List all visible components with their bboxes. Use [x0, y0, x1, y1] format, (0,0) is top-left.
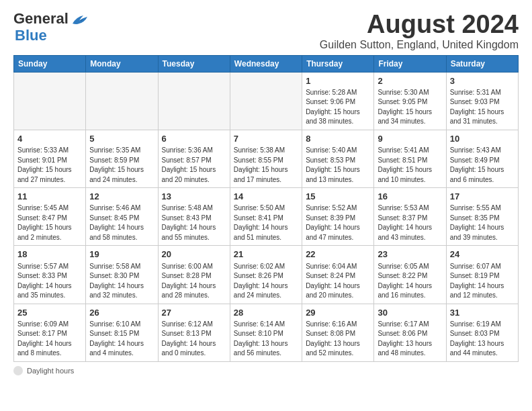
day-info: Sunrise: 5:31 AM Sunset: 9:03 PM Dayligh… [450, 88, 515, 127]
weekday-header-saturday: Saturday [446, 55, 518, 72]
calendar-cell [230, 72, 302, 130]
calendar-cell: 24Sunrise: 6:07 AM Sunset: 8:19 PM Dayli… [446, 246, 518, 304]
day-info: Sunrise: 5:50 AM Sunset: 8:41 PM Dayligh… [234, 203, 298, 242]
calendar-cell: 15Sunrise: 5:52 AM Sunset: 8:39 PM Dayli… [302, 188, 374, 246]
day-number: 17 [450, 191, 515, 203]
calendar-cell: 9Sunrise: 5:41 AM Sunset: 8:51 PM Daylig… [374, 130, 446, 187]
weekday-header-sunday: Sunday [14, 55, 86, 72]
day-number: 5 [89, 133, 154, 145]
day-info: Sunrise: 5:57 AM Sunset: 8:33 PM Dayligh… [17, 262, 82, 301]
weekday-header-friday: Friday [374, 55, 446, 72]
calendar-cell [86, 72, 158, 130]
day-number: 21 [234, 248, 298, 261]
day-number: 8 [306, 133, 370, 145]
day-info: Sunrise: 6:17 AM Sunset: 8:06 PM Dayligh… [378, 320, 442, 359]
day-info: Sunrise: 5:41 AM Sunset: 8:51 PM Dayligh… [378, 146, 442, 185]
calendar-cell: 4Sunrise: 5:33 AM Sunset: 9:01 PM Daylig… [14, 130, 86, 187]
calendar-week-row: 18Sunrise: 5:57 AM Sunset: 8:33 PM Dayli… [14, 246, 519, 304]
day-info: Sunrise: 5:36 AM Sunset: 8:57 PM Dayligh… [162, 146, 226, 185]
weekday-header-monday: Monday [86, 55, 158, 72]
day-info: Sunrise: 5:58 AM Sunset: 8:30 PM Dayligh… [89, 262, 154, 301]
logo-general: General [13, 11, 69, 27]
calendar-cell: 7Sunrise: 5:38 AM Sunset: 8:55 PM Daylig… [230, 130, 302, 187]
weekday-header-row: SundayMondayTuesdayWednesdayThursdayFrid… [14, 55, 519, 72]
day-info: Sunrise: 6:05 AM Sunset: 8:22 PM Dayligh… [378, 262, 442, 301]
daylight-icon [13, 366, 23, 375]
weekday-header-thursday: Thursday [302, 55, 374, 72]
day-info: Sunrise: 6:19 AM Sunset: 8:03 PM Dayligh… [450, 320, 515, 359]
title-block: August 2024 Guilden Sutton, England, Uni… [320, 11, 519, 51]
calendar-cell: 25Sunrise: 6:09 AM Sunset: 8:17 PM Dayli… [14, 304, 86, 361]
day-number: 22 [306, 248, 370, 261]
day-info: Sunrise: 5:38 AM Sunset: 8:55 PM Dayligh… [234, 146, 298, 185]
day-number: 24 [450, 248, 515, 261]
day-number: 6 [162, 133, 226, 145]
weekday-header-wednesday: Wednesday [230, 55, 302, 72]
day-number: 19 [89, 248, 154, 261]
calendar-cell: 3Sunrise: 5:31 AM Sunset: 9:03 PM Daylig… [446, 72, 518, 130]
day-info: Sunrise: 6:02 AM Sunset: 8:26 PM Dayligh… [234, 262, 298, 301]
footer-note: Daylight hours [13, 366, 519, 375]
day-info: Sunrise: 5:35 AM Sunset: 8:59 PM Dayligh… [89, 146, 154, 185]
day-info: Sunrise: 6:04 AM Sunset: 8:24 PM Dayligh… [306, 262, 370, 301]
day-info: Sunrise: 6:07 AM Sunset: 8:19 PM Dayligh… [450, 262, 515, 301]
calendar-cell: 1Sunrise: 5:28 AM Sunset: 9:06 PM Daylig… [302, 72, 374, 130]
calendar-cell: 10Sunrise: 5:43 AM Sunset: 8:49 PM Dayli… [446, 130, 518, 187]
calendar-cell: 16Sunrise: 5:53 AM Sunset: 8:37 PM Dayli… [374, 188, 446, 246]
day-number: 4 [17, 133, 82, 145]
calendar-cell: 12Sunrise: 5:46 AM Sunset: 8:45 PM Dayli… [86, 188, 158, 246]
day-number: 12 [89, 191, 154, 203]
day-number: 13 [162, 191, 226, 203]
header: General Blue August 2024 Guilden Sutton,… [13, 11, 519, 51]
calendar-cell: 21Sunrise: 6:02 AM Sunset: 8:26 PM Dayli… [230, 246, 302, 304]
calendar-cell: 20Sunrise: 6:00 AM Sunset: 8:28 PM Dayli… [158, 246, 230, 304]
day-info: Sunrise: 6:09 AM Sunset: 8:17 PM Dayligh… [17, 320, 82, 359]
day-number: 29 [306, 307, 370, 319]
day-info: Sunrise: 5:46 AM Sunset: 8:45 PM Dayligh… [89, 203, 154, 242]
weekday-header-tuesday: Tuesday [158, 55, 230, 72]
day-number: 11 [17, 191, 82, 203]
day-number: 7 [234, 133, 298, 145]
day-number: 14 [234, 191, 298, 203]
calendar-cell: 6Sunrise: 5:36 AM Sunset: 8:57 PM Daylig… [158, 130, 230, 187]
calendar-cell [158, 72, 230, 130]
day-number: 1 [306, 75, 370, 87]
calendar-cell: 22Sunrise: 6:04 AM Sunset: 8:24 PM Dayli… [302, 246, 374, 304]
day-info: Sunrise: 6:14 AM Sunset: 8:10 PM Dayligh… [234, 320, 298, 359]
calendar-cell: 23Sunrise: 6:05 AM Sunset: 8:22 PM Dayli… [374, 246, 446, 304]
day-info: Sunrise: 6:12 AM Sunset: 8:13 PM Dayligh… [162, 320, 226, 359]
calendar-cell: 28Sunrise: 6:14 AM Sunset: 8:10 PM Dayli… [230, 304, 302, 361]
day-info: Sunrise: 5:45 AM Sunset: 8:47 PM Dayligh… [17, 203, 82, 242]
day-number: 27 [162, 307, 226, 319]
calendar-week-row: 11Sunrise: 5:45 AM Sunset: 8:47 PM Dayli… [14, 188, 519, 246]
calendar-table: SundayMondayTuesdayWednesdayThursdayFrid… [13, 55, 519, 362]
day-number: 2 [378, 75, 442, 87]
calendar-cell [14, 72, 86, 130]
day-number: 15 [306, 191, 370, 203]
calendar-cell: 27Sunrise: 6:12 AM Sunset: 8:13 PM Dayli… [158, 304, 230, 361]
calendar-cell: 8Sunrise: 5:40 AM Sunset: 8:53 PM Daylig… [302, 130, 374, 187]
day-number: 25 [17, 307, 82, 319]
calendar-cell: 17Sunrise: 5:55 AM Sunset: 8:35 PM Dayli… [446, 188, 518, 246]
calendar-cell: 18Sunrise: 5:57 AM Sunset: 8:33 PM Dayli… [14, 246, 86, 304]
day-number: 10 [450, 133, 515, 145]
calendar-cell: 5Sunrise: 5:35 AM Sunset: 8:59 PM Daylig… [86, 130, 158, 187]
day-info: Sunrise: 5:33 AM Sunset: 9:01 PM Dayligh… [17, 146, 82, 185]
title-location: Guilden Sutton, England, United Kingdom [320, 39, 519, 51]
day-number: 26 [89, 307, 154, 319]
day-number: 28 [234, 307, 298, 319]
day-number: 16 [378, 191, 442, 203]
day-number: 9 [378, 133, 442, 145]
day-number: 30 [378, 307, 442, 319]
calendar-cell: 26Sunrise: 6:10 AM Sunset: 8:15 PM Dayli… [86, 304, 158, 361]
day-info: Sunrise: 5:40 AM Sunset: 8:53 PM Dayligh… [306, 146, 370, 185]
calendar-week-row: 1Sunrise: 5:28 AM Sunset: 9:06 PM Daylig… [14, 72, 519, 130]
calendar-week-row: 4Sunrise: 5:33 AM Sunset: 9:01 PM Daylig… [14, 130, 519, 187]
day-info: Sunrise: 5:48 AM Sunset: 8:43 PM Dayligh… [162, 203, 226, 242]
day-info: Sunrise: 5:55 AM Sunset: 8:35 PM Dayligh… [450, 203, 515, 242]
day-number: 20 [162, 248, 226, 261]
day-info: Sunrise: 5:30 AM Sunset: 9:05 PM Dayligh… [378, 88, 442, 127]
day-number: 3 [450, 75, 515, 87]
day-info: Sunrise: 5:28 AM Sunset: 9:06 PM Dayligh… [306, 88, 370, 127]
calendar-cell: 14Sunrise: 5:50 AM Sunset: 8:41 PM Dayli… [230, 188, 302, 246]
